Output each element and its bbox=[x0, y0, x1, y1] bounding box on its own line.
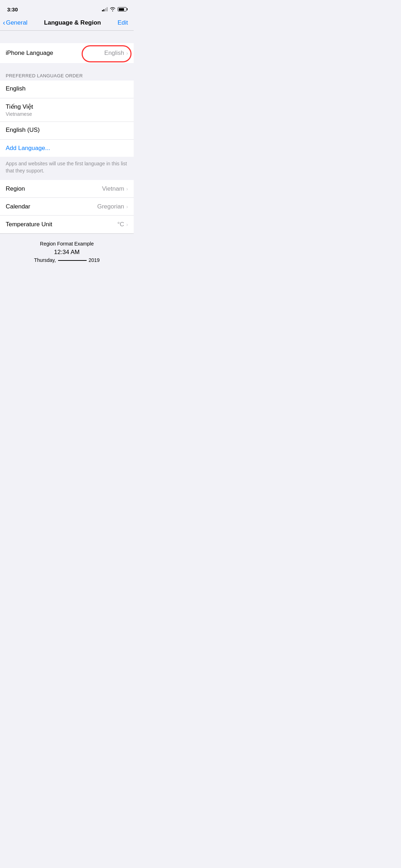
language-name-english-us: English (US) bbox=[6, 126, 128, 134]
region-settings-list: Region Vietnam › Calendar Gregorian › Te… bbox=[0, 180, 134, 233]
date-prefix: Thursday, bbox=[34, 257, 57, 263]
calendar-value: Gregorian bbox=[97, 203, 124, 210]
iphone-language-value: English bbox=[104, 50, 124, 57]
list-item[interactable]: Tiếng Việt Vietnamese bbox=[0, 98, 134, 122]
region-row[interactable]: Region Vietnam › bbox=[0, 180, 134, 198]
date-suffix: 2019 bbox=[88, 257, 99, 263]
preferred-language-header: PREFERRED LANGUAGE ORDER bbox=[0, 70, 134, 81]
region-format-time: 12:34 AM bbox=[6, 249, 128, 256]
add-language-label: Add Language... bbox=[6, 145, 50, 151]
section-gap-top bbox=[0, 31, 134, 43]
calendar-label: Calendar bbox=[6, 203, 30, 210]
date-underline-icon bbox=[58, 260, 87, 261]
region-format-section: Region Format Example 12:34 AM Thursday,… bbox=[0, 233, 134, 267]
language-name-vietnamese: Tiếng Việt bbox=[6, 103, 128, 110]
preferred-language-list: English Tiếng Việt Vietnamese English (U… bbox=[0, 81, 134, 157]
iphone-language-row[interactable]: iPhone Language English › bbox=[0, 43, 134, 63]
battery-icon bbox=[118, 7, 127, 11]
temperature-unit-chevron-icon: › bbox=[126, 222, 128, 227]
edit-button[interactable]: Edit bbox=[118, 19, 128, 26]
language-note: Apps and websites will use the first lan… bbox=[0, 157, 134, 180]
iphone-language-section: iPhone Language English › bbox=[0, 43, 134, 63]
temperature-unit-value-container: °C › bbox=[117, 221, 128, 228]
language-name-english: English bbox=[6, 85, 128, 92]
calendar-value-container: Gregorian › bbox=[97, 203, 128, 210]
region-value: Vietnam bbox=[102, 185, 124, 192]
wifi-icon bbox=[110, 7, 115, 11]
iphone-language-label: iPhone Language bbox=[6, 50, 53, 57]
temperature-unit-row[interactable]: Temperature Unit °C › bbox=[0, 216, 134, 233]
signal-bars-icon bbox=[102, 7, 108, 11]
back-arrow-icon: ‹ bbox=[3, 19, 5, 27]
temperature-unit-label: Temperature Unit bbox=[6, 221, 52, 228]
calendar-row[interactable]: Calendar Gregorian › bbox=[0, 198, 134, 216]
back-label: General bbox=[6, 19, 27, 26]
nav-bar: ‹ General Language & Region Edit bbox=[0, 16, 134, 31]
status-icons bbox=[102, 7, 127, 11]
back-button[interactable]: ‹ General bbox=[3, 19, 27, 27]
iphone-language-chevron-icon: › bbox=[126, 50, 128, 56]
region-format-date: Thursday, 2019 bbox=[6, 257, 128, 263]
status-bar: 3:30 bbox=[0, 0, 134, 16]
list-item[interactable]: English (US) bbox=[0, 122, 134, 140]
region-chevron-icon: › bbox=[126, 186, 128, 192]
page-title: Language & Region bbox=[44, 19, 101, 26]
temperature-unit-value: °C bbox=[117, 221, 124, 228]
region-label: Region bbox=[6, 185, 25, 192]
status-time: 3:30 bbox=[7, 6, 18, 12]
region-value-container: Vietnam › bbox=[102, 185, 128, 192]
section-gap-2 bbox=[0, 63, 134, 70]
iphone-language-value-wrapper: English › bbox=[104, 50, 128, 57]
add-language-row[interactable]: Add Language... bbox=[0, 140, 134, 157]
language-sub-vietnamese: Vietnamese bbox=[6, 111, 128, 117]
calendar-chevron-icon: › bbox=[126, 204, 128, 210]
list-item[interactable]: English bbox=[0, 81, 134, 98]
region-format-title: Region Format Example bbox=[6, 241, 128, 247]
battery-fill bbox=[119, 8, 124, 11]
